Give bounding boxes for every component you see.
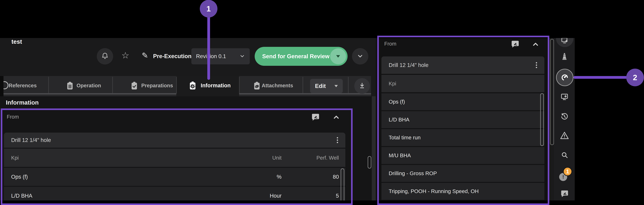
edit-label: Edit <box>315 83 326 89</box>
tab-bar-left-gap <box>0 76 4 96</box>
annotation-step-1-label: 1 <box>206 4 211 13</box>
clipboard-check-icon <box>130 81 138 91</box>
tab-label: Preparations <box>141 76 173 95</box>
stage-label: Pre-Execution <box>153 53 192 60</box>
chevron-down-icon <box>239 53 245 60</box>
send-review-split-dropdown[interactable] <box>330 48 346 64</box>
warning-icon[interactable] <box>560 131 569 140</box>
notification-badge: 1 <box>563 167 572 176</box>
tab-separator <box>303 77 303 94</box>
chevron-down-icon <box>357 53 364 60</box>
annotation-step-2: 2 <box>626 69 644 86</box>
triangle-down-icon <box>334 85 338 87</box>
edit-pencil-icon: ✎ <box>142 52 148 60</box>
tab-references[interactable]: References <box>4 76 48 96</box>
page-title: Information <box>6 99 39 106</box>
annotation-box-left-panel <box>1 108 352 205</box>
bell-icon <box>101 52 109 60</box>
tab-label: Operation <box>76 76 101 95</box>
annotation-line-2 <box>574 76 627 79</box>
download-icon <box>358 82 366 90</box>
annotation-step-1: 1 <box>200 0 218 18</box>
kpi-gauge-button[interactable] <box>556 69 574 86</box>
derrick-icon[interactable] <box>560 52 568 63</box>
tab-attachments[interactable]: Attachments <box>239 76 303 96</box>
triangle-down-icon <box>336 55 340 58</box>
notifications-button[interactable] <box>97 48 113 64</box>
screen-export-icon[interactable] <box>560 92 569 102</box>
download-button[interactable] <box>354 78 370 94</box>
collapse-header-button[interactable] <box>352 48 368 64</box>
alerts-button[interactable]: ! 1 <box>559 170 571 182</box>
tab-separator <box>348 77 348 94</box>
clipboard-paperclip-icon <box>252 81 261 91</box>
references-icon <box>4 81 8 89</box>
gauge-icon <box>560 73 569 82</box>
icon-sidebar: ! 1 <box>554 38 575 200</box>
revision-dropdown[interactable]: Revision 0.1 <box>191 48 250 64</box>
edit-button[interactable]: Edit <box>310 79 343 93</box>
background-top <box>0 0 644 38</box>
drawer-scrollbar[interactable] <box>550 39 554 145</box>
background-right <box>575 0 644 205</box>
annotation-step-2-label: 2 <box>633 73 637 82</box>
tab-preparations[interactable]: Preparations <box>112 76 176 96</box>
history-icon[interactable] <box>560 112 569 121</box>
clipboard-gear-icon <box>188 81 197 91</box>
clipboard-list-icon <box>66 81 74 91</box>
tab-bar: References Operation Preparations <box>4 76 371 96</box>
annotation-line-1 <box>207 16 210 80</box>
search-icon[interactable] <box>561 151 568 160</box>
comment-feedback-icon[interactable] <box>560 189 569 199</box>
send-for-review-button[interactable]: Send for General Review <box>255 47 348 66</box>
tab-label: References <box>9 76 37 95</box>
annotation-box-right-panel <box>377 36 549 205</box>
plan-title: test <box>12 38 22 45</box>
revision-label: Revision 0.1 <box>196 53 226 60</box>
tab-label: Attachments <box>262 76 293 95</box>
tab-operation[interactable]: Operation <box>48 76 112 96</box>
tab-label: Information <box>201 76 231 95</box>
favorite-star-icon[interactable]: ☆ <box>122 51 129 60</box>
send-for-review-label: Send for General Review <box>262 47 330 66</box>
drawer-edge-strip <box>372 96 376 200</box>
main-scrollbar[interactable] <box>368 156 371 168</box>
